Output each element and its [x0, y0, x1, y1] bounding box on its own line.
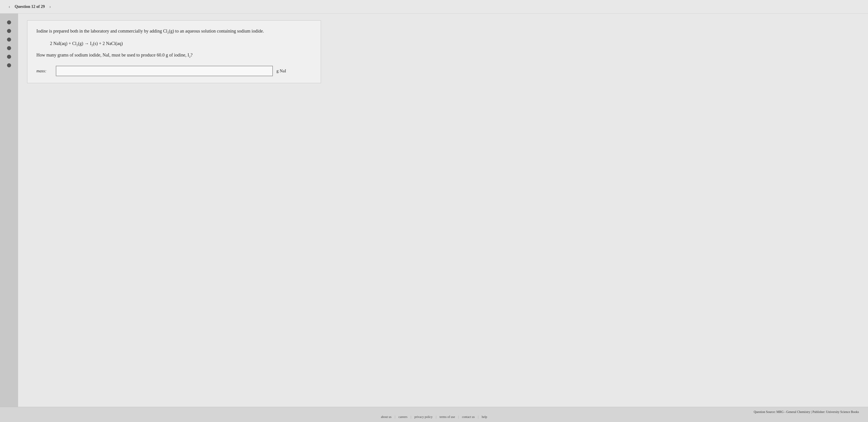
- chemical-equation: 2 NaI(aq) + Cl2(g) → I2(s) + 2 NaCl(aq): [50, 40, 312, 48]
- mass-label: mass:: [36, 68, 52, 73]
- footer-links: about us | careers | privacy policy | te…: [378, 415, 490, 419]
- answer-row: mass: g NaI: [36, 66, 312, 76]
- left-sidebar: [0, 13, 18, 407]
- sidebar-dot-6: [7, 63, 11, 67]
- sub-question: How many grams of sodium iodide, NaI, mu…: [36, 51, 312, 59]
- prev-question-button[interactable]: ‹: [7, 3, 12, 10]
- main-content: Iodine is prepared both in the laborator…: [0, 13, 868, 407]
- sidebar-dot-1: [7, 20, 11, 24]
- sidebar-dot-5: [7, 55, 11, 59]
- top-bar: ‹ Question 12 of 29 ›: [0, 0, 868, 13]
- footer-link-help[interactable]: help: [478, 415, 490, 419]
- footer-link-contact[interactable]: contact us: [459, 415, 478, 419]
- sidebar-dot-3: [7, 37, 11, 41]
- footer-source: Question Source: MRG - General Chemistry…: [754, 410, 859, 414]
- question-counter: Question 12 of 29: [15, 4, 45, 9]
- page-wrapper: ‹ Question 12 of 29 › Iodine is prepared…: [0, 0, 868, 422]
- question-box: Iodine is prepared both in the laborator…: [27, 20, 321, 83]
- sidebar-dot-2: [7, 29, 11, 33]
- footer-link-privacy[interactable]: privacy policy: [411, 415, 436, 419]
- footer: Question Source: MRG - General Chemistry…: [0, 407, 868, 422]
- content-area: Iodine is prepared both in the laborator…: [18, 13, 868, 407]
- unit-label: g NaI: [276, 68, 290, 73]
- sidebar-dot-4: [7, 46, 11, 50]
- mass-input[interactable]: [56, 66, 273, 76]
- question-intro: Iodine is prepared both in the laborator…: [36, 27, 312, 35]
- next-question-button[interactable]: ›: [48, 3, 53, 10]
- footer-link-about[interactable]: about us: [378, 415, 395, 419]
- footer-link-terms[interactable]: terms of use: [436, 415, 458, 419]
- footer-link-careers[interactable]: careers: [395, 415, 411, 419]
